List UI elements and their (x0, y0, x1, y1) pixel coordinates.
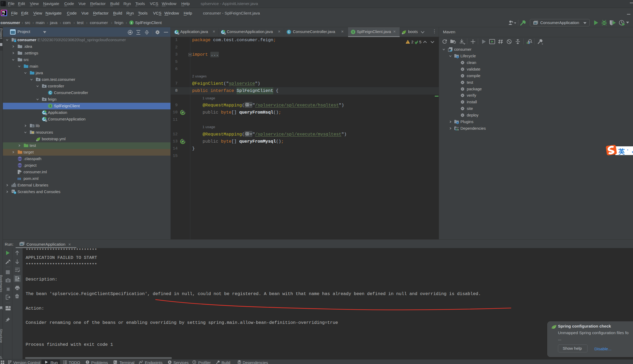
svg-text:5: 5 (419, 40, 421, 44)
svg-text:I: I (20, 172, 21, 174)
svg-text:C: C (288, 30, 290, 34)
svg-text:I: I (50, 104, 51, 108)
svg-text:2: 2 (411, 40, 413, 44)
svg-text:I: I (353, 30, 354, 34)
svg-text:I: I (131, 21, 132, 24)
svg-text:m: m (450, 49, 452, 52)
svg-text:C: C (49, 91, 52, 95)
